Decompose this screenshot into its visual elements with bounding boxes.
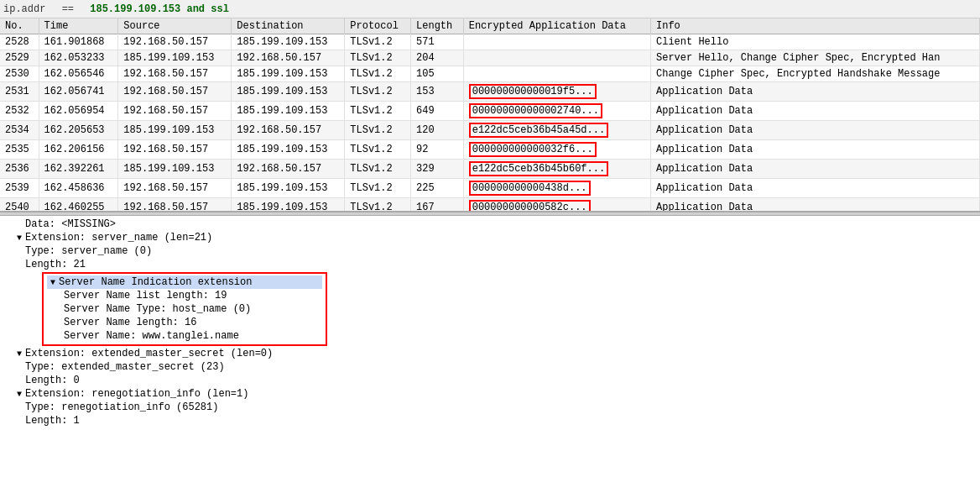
cell-time: 162.056546 — [39, 66, 118, 82]
col-encrypted: Encrypted Application Data — [463, 18, 650, 34]
cell-no: 2532 — [0, 102, 39, 121]
filter-bar: ip.addr == 185.199.109.153 and ssl — [0, 0, 980, 18]
filter-value: 185.199.109.153 and ssl — [90, 3, 229, 15]
table-row[interactable]: 2540162.460255192.168.50.157185.199.109.… — [0, 198, 980, 212]
cell-length: 649 — [411, 102, 464, 121]
filter-separator — [50, 3, 56, 15]
cell-protocol: TLSv1.2 — [345, 179, 411, 198]
cell-time: 162.056954 — [39, 102, 118, 121]
detail-type-server-name: Type: server_name (0) — [0, 244, 980, 258]
filter-eq: == — [62, 3, 74, 15]
cell-source: 185.199.109.153 — [118, 50, 232, 66]
cell-encrypted: 000000000000438d... — [463, 179, 650, 198]
cell-length: 204 — [411, 50, 464, 66]
table-header-row: No. Time Source Destination Protocol Len… — [0, 18, 980, 34]
cell-no: 2529 — [0, 50, 39, 66]
cell-source: 185.199.109.153 — [118, 121, 232, 140]
cell-protocol: TLSv1.2 — [345, 102, 411, 121]
cell-info: Client Hello — [651, 34, 980, 50]
detail-ext-renegotiation[interactable]: ▼Extension: renegotiation_info (len=1) — [0, 387, 980, 401]
cell-no: 2539 — [0, 179, 39, 198]
table-row[interactable]: 2531162.056741192.168.50.157185.199.109.… — [0, 82, 980, 102]
cell-info: Application Data — [651, 102, 980, 121]
table-row[interactable]: 2535162.206156192.168.50.157185.199.109.… — [0, 140, 980, 160]
cell-encrypted — [463, 50, 650, 66]
cell-encrypted: 000000000000032f6... — [463, 140, 650, 160]
sni-list-length: Server Name list length: 19 — [47, 289, 322, 302]
cell-no: 2536 — [0, 160, 39, 179]
table-row[interactable]: 2536162.392261185.199.109.153192.168.50.… — [0, 160, 980, 179]
detail-ext-master-secret[interactable]: ▼Extension: extended_master_secret (len=… — [0, 347, 980, 360]
cell-no: 2540 — [0, 198, 39, 212]
cell-protocol: TLSv1.2 — [345, 140, 411, 160]
detail-length-0: Length: 0 — [0, 374, 980, 387]
detail-pane: Data: <MISSING> ▼Extension: server_name … — [0, 216, 980, 429]
table-row[interactable]: 2534162.205653185.199.109.153192.168.50.… — [0, 121, 980, 140]
cell-no: 2531 — [0, 82, 39, 102]
cell-info: Application Data — [651, 179, 980, 198]
cell-length: 120 — [411, 121, 464, 140]
cell-source: 192.168.50.157 — [118, 34, 232, 50]
sni-name-value: Server Name: www.tanglei.name — [47, 329, 322, 343]
packet-table-container: No. Time Source Destination Protocol Len… — [0, 18, 980, 212]
col-info: Info — [651, 18, 980, 34]
cell-info: Application Data — [651, 160, 980, 179]
sni-name-type: Server Name Type: host_name (0) — [47, 302, 322, 316]
cell-time: 162.206156 — [39, 140, 118, 160]
cell-protocol: TLSv1.2 — [345, 66, 411, 82]
filter-label: ip.addr — [3, 3, 45, 15]
cell-encrypted — [463, 66, 650, 82]
cell-protocol: TLSv1.2 — [345, 121, 411, 140]
cell-source: 185.199.109.153 — [118, 160, 232, 179]
cell-length: 571 — [411, 34, 464, 50]
packet-table: No. Time Source Destination Protocol Len… — [0, 18, 980, 212]
cell-encrypted: 000000000000002740... — [463, 102, 650, 121]
sni-block: ▼Server Name Indication extension Server… — [42, 272, 327, 346]
col-destination: Destination — [232, 18, 345, 34]
cell-time: 161.901868 — [39, 34, 118, 50]
cell-info: Application Data — [651, 82, 980, 102]
cell-length: 105 — [411, 66, 464, 82]
cell-encrypted: e122dc5ceb36b45b60f... — [463, 160, 650, 179]
cell-destination: 192.168.50.157 — [232, 160, 345, 179]
col-length: Length — [411, 18, 464, 34]
cell-length: 167 — [411, 198, 464, 212]
detail-ext-server-name[interactable]: ▼Extension: server_name (len=21) — [0, 231, 980, 244]
col-source: Source — [118, 18, 232, 34]
cell-source: 192.168.50.157 — [118, 82, 232, 102]
cell-length: 225 — [411, 179, 464, 198]
cell-destination: 185.199.109.153 — [232, 198, 345, 212]
cell-destination: 185.199.109.153 — [232, 82, 345, 102]
table-row[interactable]: 2528161.901868192.168.50.157185.199.109.… — [0, 34, 980, 50]
cell-encrypted: e122dc5ceb36b45a45d... — [463, 121, 650, 140]
cell-length: 153 — [411, 82, 464, 102]
cell-encrypted: 000000000000019f5... — [463, 82, 650, 102]
cell-info: Application Data — [651, 121, 980, 140]
cell-protocol: TLSv1.2 — [345, 50, 411, 66]
sni-header[interactable]: ▼Server Name Indication extension — [47, 275, 322, 289]
cell-destination: 185.199.109.153 — [232, 34, 345, 50]
cell-source: 192.168.50.157 — [118, 198, 232, 212]
cell-time: 162.053233 — [39, 50, 118, 66]
cell-encrypted: 000000000000582c... — [463, 198, 650, 212]
table-row[interactable]: 2539162.458636192.168.50.157185.199.109.… — [0, 179, 980, 198]
cell-source: 192.168.50.157 — [118, 179, 232, 198]
cell-no: 2534 — [0, 121, 39, 140]
filter-spacer — [79, 3, 85, 15]
cell-time: 162.458636 — [39, 179, 118, 198]
table-row[interactable]: 2530162.056546192.168.50.157185.199.109.… — [0, 66, 980, 82]
cell-destination: 185.199.109.153 — [232, 102, 345, 121]
cell-time: 162.392261 — [39, 160, 118, 179]
table-row[interactable]: 2529162.053233185.199.109.153192.168.50.… — [0, 50, 980, 66]
cell-destination: 185.199.109.153 — [232, 66, 345, 82]
detail-type-renegotiation: Type: renegotiation_info (65281) — [0, 401, 980, 414]
col-no: No. — [0, 18, 39, 34]
col-time: Time — [39, 18, 118, 34]
cell-destination: 192.168.50.157 — [232, 50, 345, 66]
cell-length: 92 — [411, 140, 464, 160]
cell-time: 162.056741 — [39, 82, 118, 102]
table-row[interactable]: 2532162.056954192.168.50.157185.199.109.… — [0, 102, 980, 121]
cell-protocol: TLSv1.2 — [345, 82, 411, 102]
detail-data-missing: Data: <MISSING> — [0, 218, 980, 231]
detail-length-21: Length: 21 — [0, 258, 980, 271]
